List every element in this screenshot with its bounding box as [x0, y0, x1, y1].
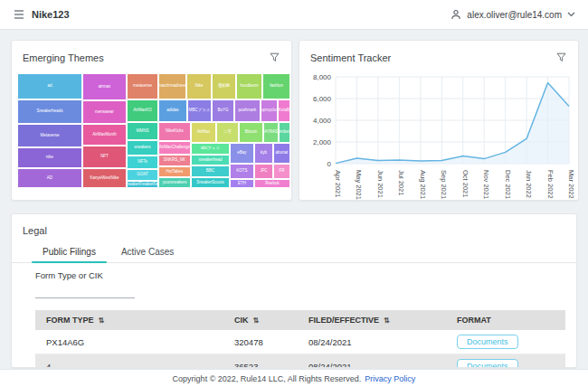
legal-title: Legal	[12, 214, 576, 236]
treemap-tile[interactable]: Kimberly	[279, 122, 290, 143]
treemap-tile[interactable]: Reebok	[254, 179, 290, 188]
tab-public-filings[interactable]: Public Filings	[30, 244, 109, 262]
treemap-tile[interactable]: Bitcoin	[239, 122, 263, 143]
cik-cell: 36523	[223, 354, 298, 369]
treemap-tile[interactable]: AirMax	[191, 122, 216, 143]
treemap-tile[interactable]: KelaB	[278, 99, 290, 122]
treemap-tile[interactable]: ad	[17, 73, 82, 99]
form-filter-field: Form Type or CIK	[35, 270, 135, 302]
treemap-tile[interactable]: abcフェス	[191, 143, 230, 155]
column-header-label: FILED/EFFECTIVE	[308, 316, 379, 325]
y-axis-tick-label: 2,000	[313, 138, 332, 146]
treemap-tile[interactable]: MBCプラス	[187, 99, 212, 122]
filter-icon[interactable]	[269, 49, 280, 67]
form-type-cell: PX14A6G	[35, 330, 223, 354]
treemap-tile[interactable]: NikeKicks	[158, 122, 191, 141]
column-header: FILED/EFFECTIVE⇅	[298, 310, 446, 330]
treemap-tile[interactable]: GOAT	[127, 169, 158, 181]
treemap-tile[interactable]: AirMaxKO	[127, 99, 158, 122]
x-axis-tick-label: Apr 2021	[334, 170, 342, 197]
documents-button[interactable]: Documents	[457, 335, 518, 349]
treemap-tile[interactable]: SneakerFreakerFam	[127, 181, 158, 188]
column-header-label: FORMAT	[457, 316, 491, 325]
treemap-tile[interactable]: FR	[273, 164, 290, 179]
x-axis-tick-label: Nov 2021	[482, 170, 490, 199]
treemap-tile[interactable]: BBC	[191, 165, 230, 177]
user-email: alex.oliver@rule14.com	[467, 10, 562, 20]
treemap-tile[interactable]: KOTS	[230, 164, 254, 179]
tab-active-cases[interactable]: Active Cases	[109, 244, 186, 262]
user-menu[interactable]: alex.oliver@rule14.com	[450, 9, 575, 20]
x-axis-tick-label: Aug 2021	[419, 170, 427, 199]
treemap-tile[interactable]: 運動靴	[212, 73, 236, 99]
filter-icon[interactable]	[555, 49, 567, 67]
treemap-tile[interactable]: BoYG	[212, 99, 234, 122]
treemap-tile[interactable]: KanyeWestNike	[82, 168, 127, 188]
x-axis-tick-label: Jan 2022	[525, 170, 533, 198]
main-content: Emerging Themes adSneakerheadsMetaversen…	[0, 30, 588, 369]
treemap-tile[interactable]: 二手	[216, 122, 239, 143]
treemap-tile[interactable]: JFC	[254, 164, 273, 179]
themes-treemap: adSneakerheadsMetaversenikeADairmaxmensw…	[17, 73, 290, 188]
person-icon	[450, 9, 461, 20]
treemap-tile[interactable]: menswear	[82, 100, 127, 124]
documents-button[interactable]: Documents	[457, 359, 518, 368]
treemap-tile[interactable]: eBay	[230, 143, 254, 164]
treemap-tile[interactable]: NFTs	[127, 156, 158, 169]
y-axis-tick-label: 6,000	[313, 95, 332, 103]
treemap-tile[interactable]: hoodieszn	[236, 73, 262, 99]
x-axis-tick-label: Dec 2021	[504, 170, 512, 199]
hamburger-menu-icon[interactable]	[13, 8, 25, 21]
top-bar: Nike123 alex.oliver@rule14.com	[0, 0, 588, 30]
filings-table: FORM TYPE⇅CIK⇅FILED/EFFECTIVE⇅FORMAT PX1…	[35, 310, 565, 368]
treemap-tile[interactable]: fashion	[262, 73, 290, 99]
treemap-tile[interactable]: Sneakerheads	[17, 99, 82, 124]
area-fill	[336, 83, 569, 164]
treemap-tile[interactable]: sneakerhead	[191, 155, 230, 165]
treemap-tile[interactable]: marchmadness	[158, 73, 186, 99]
filings-header-row: FORM TYPE⇅CIK⇅FILED/EFFECTIVE⇅FORMAT	[35, 310, 565, 330]
emerging-themes-card: Emerging Themes adSneakerheadsMetaversen…	[11, 40, 292, 201]
form-filter-label: Form Type or CIK	[35, 270, 135, 286]
treemap-tile[interactable]: Nike	[186, 73, 212, 99]
treemap-tile[interactable]: HotTakes	[158, 166, 191, 177]
treemap-tile[interactable]: NFT	[82, 146, 127, 168]
treemap-tile[interactable]: sneakers	[127, 140, 158, 156]
treemap-tile[interactable]: kyb	[254, 143, 273, 164]
sort-icon[interactable]: ⇅	[253, 316, 260, 325]
treemap-tile[interactable]: adidas	[158, 99, 187, 122]
cik-cell: 320478	[223, 330, 298, 354]
treemap-tile[interactable]: AirMaxChallenge	[158, 141, 191, 155]
privacy-policy-link[interactable]: Privacy Policy	[365, 374, 415, 383]
treemap-tile[interactable]: airmax	[82, 73, 127, 100]
treemap-tile[interactable]: shopmycloset	[261, 99, 278, 122]
x-axis-tick-label: Jun 2021	[376, 170, 384, 198]
y-axis-tick-label: 0	[327, 160, 332, 168]
treemap-tile[interactable]: AirMaxMonth	[82, 124, 127, 146]
treemap-tile[interactable]: abonat	[273, 143, 290, 164]
treemap-tile[interactable]: ETH	[230, 179, 254, 188]
treemap-tile[interactable]: AD	[17, 168, 82, 188]
treemap-tile[interactable]: nike	[17, 147, 82, 168]
x-axis-tick-label: May 2021	[355, 170, 363, 200]
x-axis-tick-label: Sep 2021	[440, 170, 448, 199]
treemap-tile[interactable]: SneakerScouts	[191, 177, 230, 188]
sentiment-line-chart: 02,0004,0006,0008,000Apr 2021May 2021Jun…	[305, 71, 574, 205]
y-axis-tick-label: 4,000	[313, 117, 332, 125]
legal-card: Legal Public FilingsActive Cases Form Ty…	[11, 213, 577, 368]
treemap-tile[interactable]: metaverse	[127, 73, 158, 99]
brand-title: Nike123	[32, 9, 70, 20]
treemap-tile[interactable]: poshmark	[234, 99, 261, 122]
column-header: CIK⇅	[223, 310, 298, 330]
treemap-tile[interactable]: yoursneakers	[158, 177, 191, 188]
treemap-tile[interactable]: SNKRS_NK	[158, 155, 191, 166]
treemap-tile[interactable]: AYRAS	[263, 122, 279, 143]
x-axis-tick-label: Oct 2021	[461, 170, 469, 197]
sort-icon[interactable]: ⇅	[384, 316, 390, 325]
form-filter-input[interactable]	[35, 293, 135, 298]
sort-icon[interactable]: ⇅	[99, 316, 105, 325]
column-header: FORMAT	[446, 310, 565, 330]
treemap-tile[interactable]: WMNS	[127, 122, 158, 140]
legal-tabs: Public FilingsActive Cases	[12, 244, 576, 263]
treemap-tile[interactable]: Metaverse	[17, 124, 82, 147]
